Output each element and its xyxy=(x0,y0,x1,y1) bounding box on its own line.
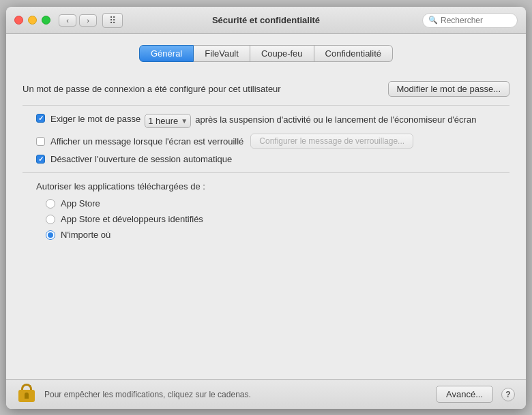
radio-anywhere[interactable] xyxy=(46,230,55,240)
title-bar: ‹ › ⠿ Sécurité et confidentialité 🔍 xyxy=(6,7,526,34)
tab-confidentialite[interactable]: Confidentialité xyxy=(314,45,393,62)
maximize-button[interactable] xyxy=(42,16,50,25)
select-arrow-icon: ▼ xyxy=(181,117,188,125)
tab-general[interactable]: Général xyxy=(139,45,194,62)
close-button[interactable] xyxy=(14,16,23,25)
require-password-checkbox[interactable] xyxy=(36,114,45,123)
grid-button[interactable]: ⠿ xyxy=(102,13,123,28)
divider xyxy=(23,172,509,173)
lock-icon[interactable] xyxy=(17,384,36,405)
forward-button[interactable]: › xyxy=(79,14,97,27)
change-password-button[interactable]: Modifier le mot de passe... xyxy=(388,81,509,97)
advanced-button[interactable]: Avancé... xyxy=(436,386,493,403)
window-title: Sécurité et confidentialité xyxy=(212,15,320,25)
allow-apps-title: Autoriser les applications téléchargées … xyxy=(36,181,509,191)
after-suspension-text: après la suspension d'activité ou le lan… xyxy=(195,114,476,126)
radio-appstore[interactable] xyxy=(46,199,55,209)
show-message-checkbox[interactable] xyxy=(36,137,45,146)
help-button[interactable]: ? xyxy=(501,388,515,401)
require-password-label: Exiger le mot de passe xyxy=(50,114,141,124)
download-section: Autoriser les applications téléchargées … xyxy=(23,181,509,240)
tab-filevault[interactable]: FileVault xyxy=(194,45,250,62)
tab-coupe-feu[interactable]: Coupe-feu xyxy=(250,45,314,62)
radio-appstore-label: App Store xyxy=(61,198,100,209)
search-box[interactable]: 🔍 xyxy=(422,13,518,28)
radio-appstore-dev[interactable] xyxy=(46,215,55,224)
back-button[interactable]: ‹ xyxy=(59,14,76,27)
disable-auto-login-checkbox[interactable] xyxy=(36,155,45,164)
nav-buttons: ‹ › xyxy=(59,14,97,27)
lock-status-text: Pour empêcher les modifications, cliquez… xyxy=(44,390,428,399)
password-configured-text: Un mot de passe de connexion a été confi… xyxy=(23,84,281,94)
configure-message-button[interactable]: Configurer le message de verrouillage... xyxy=(250,134,413,149)
radio-row-appstore: App Store xyxy=(36,198,509,209)
search-icon: 🔍 xyxy=(428,16,438,25)
show-message-label: Afficher un message lorsque l'écran est … xyxy=(50,136,243,147)
disable-auto-login-label: Désactiver l'ouverture de session automa… xyxy=(50,154,232,164)
password-interval-value: 1 heure xyxy=(148,116,178,126)
require-password-row: Exiger le mot de passe 1 heure ▼ après l… xyxy=(23,114,509,128)
disable-auto-login-row: Désactiver l'ouverture de session automa… xyxy=(23,154,509,164)
password-configured-section: Un mot de passe de connexion a été confi… xyxy=(23,76,509,106)
lock-keyhole xyxy=(25,393,29,399)
show-message-row: Afficher un message lorsque l'écran est … xyxy=(23,134,509,149)
radio-appstore-dev-label: App Store et développeurs identifiés xyxy=(61,214,203,224)
lock-body xyxy=(18,390,35,402)
tab-bar: Général FileVault Coupe-feu Confidential… xyxy=(23,45,509,62)
radio-row-appstore-dev: App Store et développeurs identifiés xyxy=(36,214,509,224)
radio-row-anywhere: N'importe où xyxy=(36,230,509,240)
radio-anywhere-label: N'importe où xyxy=(61,230,110,240)
minimize-button[interactable] xyxy=(28,16,37,25)
traffic-lights xyxy=(14,16,50,25)
main-content: Général FileVault Coupe-feu Confidential… xyxy=(6,34,526,379)
password-interval-select[interactable]: 1 heure ▼ xyxy=(145,114,191,128)
status-bar: Pour empêcher les modifications, cliquez… xyxy=(6,379,526,409)
search-input[interactable] xyxy=(441,16,512,25)
